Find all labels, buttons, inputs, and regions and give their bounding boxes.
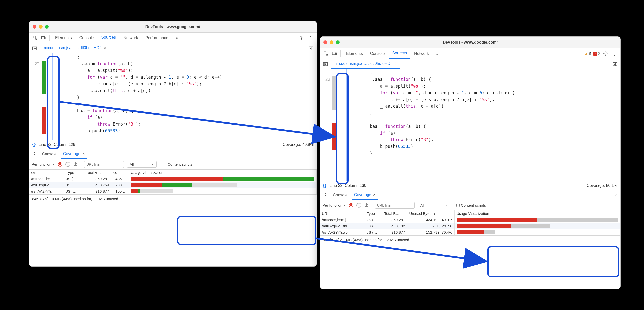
tabs-overflow[interactable]: » — [434, 48, 442, 59]
file-tab-label: m=cdos,hsm,jsa,…c,dtl0hd,eHDfl — [334, 61, 392, 66]
drawer-tab-close-icon[interactable]: × — [373, 193, 376, 197]
error-badge[interactable]: ×2 — [593, 52, 600, 56]
table-row[interactable]: /m=B2qlPe,DhlJS (…499,102291,129 58 — [320, 223, 620, 229]
table-row[interactable]: /rs=AA2YrTsw5JS (…216,877152,739 70.4% — [320, 229, 620, 235]
type-filter-select[interactable]: All▼ — [127, 161, 157, 167]
maximize-window-icon[interactable] — [336, 40, 340, 44]
table-header[interactable]: URL — [29, 169, 64, 176]
tab-sources[interactable]: Sources — [98, 32, 119, 43]
toggle-navigator-icon[interactable] — [322, 61, 329, 67]
table-header[interactable]: U… — [111, 169, 128, 176]
code-lines: ; _.aaa = function(a, b) { a = a.split("… — [336, 69, 620, 157]
toggle-debugger-icon[interactable] — [308, 45, 314, 52]
code-editor[interactable]: 22 ; _.aaa = function(a, b) { a = a.spli… — [320, 69, 620, 181]
table-header[interactable]: Type — [64, 169, 84, 176]
coverage-toolbar: Per function▼ All▼ Content scripts — [320, 200, 620, 210]
settings-icon[interactable] — [602, 50, 609, 57]
content-scripts-checkbox[interactable]: Content scripts — [456, 203, 486, 207]
table-row[interactable]: /rs=AA2YrTsJS (…216 877155 … — [29, 188, 316, 194]
window-title: DevTools - www.google.com/ — [29, 24, 316, 29]
titlebar: DevTools - www.google.com/ — [320, 37, 620, 48]
inspect-icon[interactable] — [322, 50, 330, 57]
drawer-tab-close-icon[interactable]: × — [82, 152, 84, 156]
line-number: 22 — [320, 76, 330, 83]
file-tab-close-icon[interactable]: × — [104, 46, 106, 50]
export-icon[interactable] — [364, 202, 369, 208]
more-icon[interactable]: ⋮ — [307, 34, 314, 41]
table-header[interactable]: Usage Visualization — [454, 210, 620, 217]
line-gutter: 22 — [320, 69, 332, 181]
svg-rect-10 — [324, 52, 326, 54]
tab-performance[interactable]: Performance — [142, 32, 171, 43]
table-row[interactable]: /m=cdos,hsJS (…869 281435 … — [29, 176, 316, 182]
svg-rect-0 — [33, 36, 35, 38]
cursor-position: Line 22, Column 130 — [330, 183, 366, 188]
svg-marker-6 — [34, 48, 36, 49]
drawer-tab-console[interactable]: Console — [40, 149, 59, 159]
minimize-window-icon[interactable] — [330, 40, 334, 44]
table-header[interactable]: Total B… — [382, 210, 407, 217]
file-tab[interactable]: m=cdos,hsm,jsa,…c,dtl0hd,eHDfl × — [40, 43, 109, 53]
main-panel-tabs: Elements Console Sources Network » ▲5 ×2… — [320, 48, 620, 59]
main-panel-tabs: Elements Console Sources Network Perform… — [29, 32, 316, 43]
tab-elements[interactable]: Elements — [52, 32, 75, 43]
inspect-icon[interactable] — [32, 34, 38, 41]
drawer-more-icon[interactable]: ⋮ — [322, 192, 329, 199]
tabs-overflow[interactable]: » — [172, 32, 181, 43]
url-filter-input[interactable] — [375, 202, 415, 209]
table-header[interactable]: Total B… — [84, 169, 111, 176]
status-bar: {} Line 22, Column 130 Coverage: 50.1% — [320, 181, 620, 190]
clear-icon[interactable] — [356, 203, 361, 208]
tab-console[interactable]: Console — [76, 32, 97, 43]
table-header[interactable]: URL — [320, 210, 365, 217]
toggle-navigator-icon[interactable] — [31, 45, 38, 52]
table-header[interactable]: Unused Bytes ▼ — [407, 210, 454, 217]
url-filter-input[interactable] — [84, 161, 124, 168]
type-filter-select[interactable]: All▼ — [418, 202, 450, 208]
table-header[interactable]: Usage Visualization — [128, 169, 316, 176]
drawer-tab-coverage[interactable]: Coverage × — [61, 149, 87, 159]
file-tab-close-icon[interactable]: × — [395, 61, 397, 66]
coverage-table[interactable]: URLTypeTotal B…Unused Bytes ▼Usage Visua… — [320, 210, 620, 235]
svg-point-3 — [301, 37, 302, 38]
tab-console[interactable]: Console — [367, 48, 388, 59]
device-icon[interactable] — [40, 34, 47, 41]
svg-rect-1 — [42, 36, 44, 39]
export-icon[interactable] — [73, 161, 78, 167]
drawer-close-icon[interactable]: × — [613, 193, 618, 198]
maximize-window-icon[interactable] — [45, 25, 49, 28]
tab-network[interactable]: Network — [411, 48, 432, 59]
table-row[interactable]: /m=B2qlPe,JS (…498 764293 … — [29, 182, 316, 188]
close-window-icon[interactable] — [324, 40, 327, 44]
table-header[interactable]: Type — [365, 210, 382, 217]
close-window-icon[interactable] — [32, 25, 36, 28]
pretty-print-icon[interactable]: {} — [323, 183, 326, 188]
coverage-table[interactable]: URLTypeTotal B…U…Usage Visualization /m=… — [29, 169, 316, 194]
coverage-mode-select[interactable]: Per function▼ — [32, 162, 55, 166]
table-header-row: URLTypeTotal B…Unused Bytes ▼Usage Visua… — [320, 210, 620, 217]
drawer-tab-coverage[interactable]: Coverage × — [352, 190, 378, 200]
record-icon[interactable] — [58, 162, 62, 166]
coverage-gutter — [332, 69, 336, 181]
clear-icon[interactable] — [66, 162, 70, 167]
warning-badge[interactable]: ▲5 — [584, 51, 591, 56]
settings-icon[interactable] — [298, 34, 305, 41]
table-row[interactable]: /m=cdos,hsm,jJS (…869,281434,192 49.9% — [320, 217, 620, 223]
drawer-tabs: ⋮ Console Coverage × × — [320, 190, 620, 200]
toggle-debugger-icon[interactable] — [612, 61, 618, 67]
record-icon[interactable] — [349, 203, 353, 207]
coverage-toolbar: Per function▼ All▼ Content scripts — [29, 159, 316, 169]
drawer-tab-console[interactable]: Console — [330, 190, 350, 200]
device-icon[interactable] — [331, 50, 338, 57]
tab-elements[interactable]: Elements — [343, 48, 366, 59]
drawer-more-icon[interactable]: ⋮ — [31, 151, 38, 157]
content-scripts-checkbox[interactable]: Content scripts — [163, 162, 192, 166]
pretty-print-icon[interactable]: {} — [32, 142, 36, 147]
more-icon[interactable]: ⋮ — [611, 50, 618, 57]
code-editor[interactable]: 22 ; _.aaa = function(a, b) { a = a.spli… — [29, 53, 316, 140]
tab-sources[interactable]: Sources — [389, 48, 410, 59]
file-tab[interactable]: m=cdos,hsm,jsa,…c,dtl0hd,eHDfl × — [331, 59, 400, 69]
tab-network[interactable]: Network — [120, 32, 141, 43]
minimize-window-icon[interactable] — [39, 25, 42, 28]
coverage-mode-select[interactable]: Per function▼ — [322, 203, 346, 207]
